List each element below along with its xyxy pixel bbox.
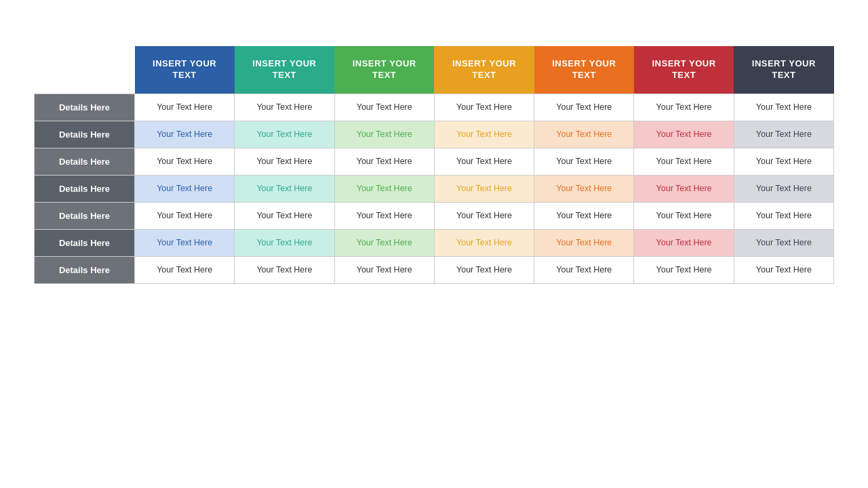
cell-r2-c3: Your Text Here bbox=[434, 148, 534, 175]
table-row: Details HereYour Text HereYour Text Here… bbox=[35, 229, 834, 256]
row-label-5: Details Here bbox=[35, 229, 135, 256]
cell-r5-c4: Your Text Here bbox=[534, 229, 634, 256]
row-label-6: Details Here bbox=[35, 256, 135, 283]
cell-r3-c5: Your Text Here bbox=[634, 175, 734, 202]
cell-r5-c0: Your Text Here bbox=[135, 229, 235, 256]
cell-r3-c0: Your Text Here bbox=[135, 175, 235, 202]
table-header: INSERT YOUR TEXTINSERT YOUR TEXTINSERT Y… bbox=[35, 46, 834, 94]
cell-r2-c5: Your Text Here bbox=[634, 148, 734, 175]
table-row: Details HereYour Text HereYour Text Here… bbox=[35, 121, 834, 148]
cell-r2-c0: Your Text Here bbox=[135, 148, 235, 175]
cell-r0-c4: Your Text Here bbox=[534, 94, 634, 121]
header-cell-col-green: INSERT YOUR TEXT bbox=[334, 46, 434, 94]
table-row: Details HereYour Text HereYour Text Here… bbox=[35, 202, 834, 229]
cell-r0-c2: Your Text Here bbox=[334, 94, 434, 121]
cell-r1-c6: Your Text Here bbox=[734, 121, 833, 148]
cell-r1-c0: Your Text Here bbox=[135, 121, 235, 148]
table-row: Details HereYour Text HereYour Text Here… bbox=[35, 148, 834, 175]
cell-r6-c4: Your Text Here bbox=[534, 256, 634, 283]
cell-r4-c2: Your Text Here bbox=[334, 202, 434, 229]
header-cell-col-yellow: INSERT YOUR TEXT bbox=[434, 46, 534, 94]
header-cell-col-dark: INSERT YOUR TEXT bbox=[734, 46, 833, 94]
cell-r0-c3: Your Text Here bbox=[434, 94, 534, 121]
cell-r4-c4: Your Text Here bbox=[534, 202, 634, 229]
row-label-4: Details Here bbox=[35, 202, 135, 229]
cell-r2-c4: Your Text Here bbox=[534, 148, 634, 175]
cell-r6-c1: Your Text Here bbox=[235, 256, 334, 283]
cell-r3-c4: Your Text Here bbox=[534, 175, 634, 202]
cell-r0-c6: Your Text Here bbox=[734, 94, 833, 121]
cell-r2-c6: Your Text Here bbox=[734, 148, 833, 175]
cell-r4-c5: Your Text Here bbox=[634, 202, 734, 229]
cell-r1-c5: Your Text Here bbox=[634, 121, 734, 148]
cell-r3-c3: Your Text Here bbox=[434, 175, 534, 202]
cell-r0-c5: Your Text Here bbox=[634, 94, 734, 121]
header-empty bbox=[35, 46, 135, 94]
cell-r1-c2: Your Text Here bbox=[334, 121, 434, 148]
table-row: Details HereYour Text HereYour Text Here… bbox=[35, 256, 834, 283]
row-label-1: Details Here bbox=[35, 121, 135, 148]
cell-r6-c0: Your Text Here bbox=[135, 256, 235, 283]
cell-r6-c2: Your Text Here bbox=[334, 256, 434, 283]
cell-r4-c0: Your Text Here bbox=[135, 202, 235, 229]
header-cell-col-teal: INSERT YOUR TEXT bbox=[235, 46, 334, 94]
cell-r3-c6: Your Text Here bbox=[734, 175, 833, 202]
row-label-2: Details Here bbox=[35, 148, 135, 175]
cell-r1-c1: Your Text Here bbox=[235, 121, 334, 148]
cell-r1-c3: Your Text Here bbox=[434, 121, 534, 148]
cell-r6-c5: Your Text Here bbox=[634, 256, 734, 283]
cell-r4-c1: Your Text Here bbox=[235, 202, 334, 229]
cell-r1-c4: Your Text Here bbox=[534, 121, 634, 148]
cell-r6-c6: Your Text Here bbox=[734, 256, 833, 283]
cell-r4-c6: Your Text Here bbox=[734, 202, 833, 229]
table-row: Details HereYour Text HereYour Text Here… bbox=[35, 175, 834, 202]
header-cell-col-blue: INSERT YOUR TEXT bbox=[135, 46, 235, 94]
cell-r5-c1: Your Text Here bbox=[235, 229, 334, 256]
cell-r4-c3: Your Text Here bbox=[434, 202, 534, 229]
table-body: Details HereYour Text HereYour Text Here… bbox=[35, 94, 834, 283]
cell-r3-c1: Your Text Here bbox=[235, 175, 334, 202]
page: INSERT YOUR TEXTINSERT YOUR TEXTINSERT Y… bbox=[0, 0, 868, 488]
row-label-0: Details Here bbox=[35, 94, 135, 121]
row-label-3: Details Here bbox=[35, 175, 135, 202]
cell-r0-c1: Your Text Here bbox=[235, 94, 334, 121]
cell-r5-c3: Your Text Here bbox=[434, 229, 534, 256]
header-cell-col-orange: INSERT YOUR TEXT bbox=[534, 46, 634, 94]
cell-r5-c6: Your Text Here bbox=[734, 229, 833, 256]
table-wrapper: INSERT YOUR TEXTINSERT YOUR TEXTINSERT Y… bbox=[34, 46, 834, 468]
cell-r5-c5: Your Text Here bbox=[634, 229, 734, 256]
header-cell-col-red: INSERT YOUR TEXT bbox=[634, 46, 734, 94]
comparison-table: INSERT YOUR TEXTINSERT YOUR TEXTINSERT Y… bbox=[34, 46, 834, 284]
cell-r2-c1: Your Text Here bbox=[235, 148, 334, 175]
cell-r3-c2: Your Text Here bbox=[334, 175, 434, 202]
cell-r2-c2: Your Text Here bbox=[334, 148, 434, 175]
cell-r5-c2: Your Text Here bbox=[334, 229, 434, 256]
cell-r6-c3: Your Text Here bbox=[434, 256, 534, 283]
table-row: Details HereYour Text HereYour Text Here… bbox=[35, 94, 834, 121]
cell-r0-c0: Your Text Here bbox=[135, 94, 235, 121]
